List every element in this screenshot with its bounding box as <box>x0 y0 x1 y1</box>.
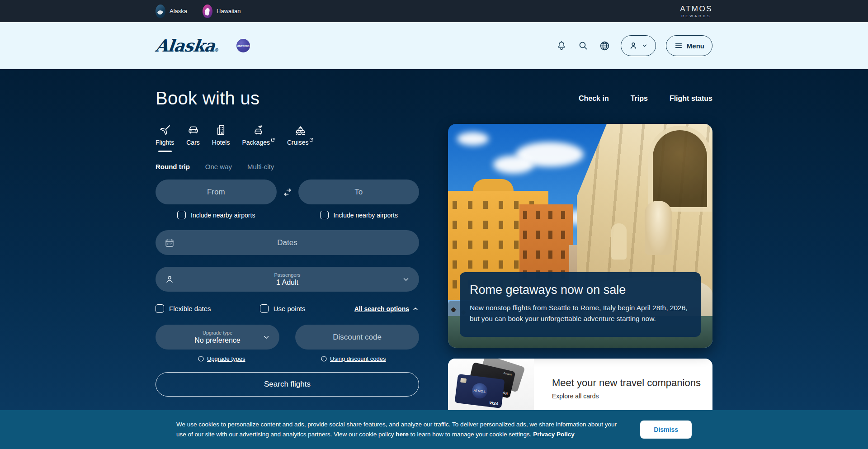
visa-label: VISA <box>489 401 499 406</box>
search-flights-button[interactable]: Search flights <box>156 372 419 397</box>
rome-promo-overlay: Rome getaways now on sale New nonstop fl… <box>460 272 701 337</box>
discount-code-input[interactable] <box>295 325 419 350</box>
packages-icon <box>252 124 264 136</box>
menu-label: Menu <box>687 42 704 50</box>
chevron-down-icon <box>262 333 270 341</box>
swap-airports-button[interactable] <box>277 187 298 198</box>
info-icon <box>321 355 327 362</box>
notifications-bell-button[interactable] <box>556 40 567 52</box>
card-chip <box>460 378 467 383</box>
calendar-icon <box>165 238 175 248</box>
chevron-down-icon <box>402 275 410 284</box>
from-airport-input[interactable] <box>156 180 277 204</box>
credit-cards-image: Ascent VISA ATMOS VISA <box>448 359 534 418</box>
airplane-icon <box>159 124 171 136</box>
hotel-icon <box>215 124 227 136</box>
brand-tab-alaska[interactable]: Alaska <box>156 5 187 18</box>
dates-placeholder: Dates <box>277 238 297 247</box>
tab-flights[interactable]: Flights <box>156 124 174 152</box>
upgrade-types-link-label: Upgrade types <box>207 355 245 362</box>
passengers-field[interactable]: Passengers 1 Adult <box>156 267 419 292</box>
oneworld-text-bold: one <box>237 44 243 47</box>
tab-packages[interactable]: Packages <box>242 124 274 146</box>
tab-label: Packages <box>242 139 274 146</box>
info-icon <box>198 355 204 362</box>
from-nearby-airports-label: Include nearby airports <box>191 212 255 219</box>
dates-field[interactable]: Dates <box>156 230 419 255</box>
use-points-checkbox[interactable] <box>260 304 269 313</box>
to-airport-input[interactable] <box>298 180 420 204</box>
atmos-card-brand: ATMOS <box>471 382 488 399</box>
trip-type-multi-city[interactable]: Multi-city <box>247 163 274 170</box>
explore-all-cards-link[interactable]: Explore all cards <box>552 392 701 400</box>
passengers-label: Passengers <box>274 272 300 278</box>
chevron-down-icon <box>642 43 648 49</box>
credit-cards-promo-title: Meet your new travel companions <box>552 377 701 389</box>
to-nearby-airports-checkbox[interactable] <box>320 211 329 219</box>
cruise-ship-icon <box>294 124 307 136</box>
flexible-dates-label: Flexible dates <box>169 305 211 312</box>
external-link-icon <box>271 138 275 142</box>
search-icon <box>578 40 589 51</box>
main-menu-button[interactable]: Menu <box>666 35 712 56</box>
atmos-rewards-logo[interactable]: ATMOS REWARDS <box>680 5 712 18</box>
upgrade-types-link[interactable]: Upgrade types <box>156 355 288 362</box>
bell-icon <box>556 40 567 51</box>
flexible-dates-checkbox[interactable] <box>156 304 164 313</box>
tab-cruises[interactable]: Cruises <box>287 124 313 146</box>
alaska-logo-text: Alaska <box>155 36 216 56</box>
tab-label: Hotels <box>212 139 230 146</box>
cookie-text-part2: to learn how to manage your cookie setti… <box>409 431 533 438</box>
registered-mark: ® <box>214 47 219 52</box>
brand-tab-hawaiian[interactable]: Hawaiian <box>203 5 241 18</box>
check-in-link[interactable]: Check in <box>579 95 609 103</box>
privacy-policy-link[interactable]: Privacy Policy <box>533 431 575 438</box>
search-button[interactable] <box>577 40 589 52</box>
booking-form: Flights Cars <box>156 124 419 418</box>
car-icon <box>187 124 199 136</box>
all-search-options-label: All search options <box>354 305 409 312</box>
tab-label: Cruises <box>287 139 313 146</box>
discount-codes-link-label: Using discount codes <box>330 355 386 362</box>
rome-promo-card[interactable]: Rome getaways now on sale New nonstop fl… <box>448 124 712 348</box>
rome-promo-title: Rome getaways now on sale <box>470 283 691 297</box>
from-nearby-airports-checkbox[interactable] <box>177 211 186 219</box>
dismiss-button[interactable]: Dismiss <box>640 421 692 439</box>
credit-card-navy: ATMOS VISA <box>454 374 505 408</box>
upgrade-type-value: No preference <box>194 336 240 345</box>
tab-cars[interactable]: Cars <box>186 124 200 146</box>
upgrade-type-label: Upgrade type <box>203 330 232 336</box>
all-search-options-toggle[interactable]: All search options <box>354 305 419 312</box>
brand-tab-label: Alaska <box>170 8 187 14</box>
cookie-policy-here-link[interactable]: here <box>396 431 409 438</box>
page-title: Book with us <box>156 88 259 109</box>
using-discount-codes-link[interactable]: Using discount codes <box>288 355 420 362</box>
atmos-rewards-text: REWARDS <box>680 14 712 18</box>
trip-type-round-trip[interactable]: Round trip <box>156 163 190 170</box>
trips-link[interactable]: Trips <box>631 95 648 103</box>
card-name-label: Ascent <box>503 372 512 376</box>
to-nearby-airports-label: Include nearby airports <box>334 212 398 219</box>
language-button[interactable] <box>599 40 611 52</box>
tab-hotels[interactable]: Hotels <box>212 124 230 146</box>
account-menu-button[interactable] <box>621 35 656 56</box>
flight-status-link[interactable]: Flight status <box>670 95 712 103</box>
booking-hero-section: Book with us Check in Trips Flight statu… <box>0 69 868 449</box>
cookie-consent-text: We use cookies to personalize content an… <box>176 420 619 440</box>
active-tab-indicator <box>158 151 172 152</box>
upgrade-type-dropdown[interactable]: Upgrade type No preference <box>156 325 279 350</box>
site-header: Alaska® oneworld <box>0 22 868 69</box>
oneworld-logo[interactable]: oneworld <box>236 39 250 52</box>
oneworld-text-light: world <box>242 44 250 47</box>
passengers-value: 1 Adult <box>276 279 298 287</box>
rome-promo-description: New nonstop flights from Seattle to Rome… <box>470 302 691 324</box>
brand-switcher-bar: Alaska Hawaiian ATMOS REWARDS <box>0 0 868 22</box>
hamburger-icon <box>674 41 683 50</box>
chevron-up-icon <box>412 305 419 312</box>
trip-type-one-way[interactable]: One way <box>205 163 232 170</box>
alaska-airlines-logo[interactable]: Alaska® <box>155 36 221 56</box>
person-icon <box>165 274 175 284</box>
credit-cards-promo-card[interactable]: Ascent VISA ATMOS VISA Meet your new tra… <box>448 359 712 418</box>
swap-arrows-icon <box>282 187 293 198</box>
tab-label: Cars <box>186 139 200 146</box>
